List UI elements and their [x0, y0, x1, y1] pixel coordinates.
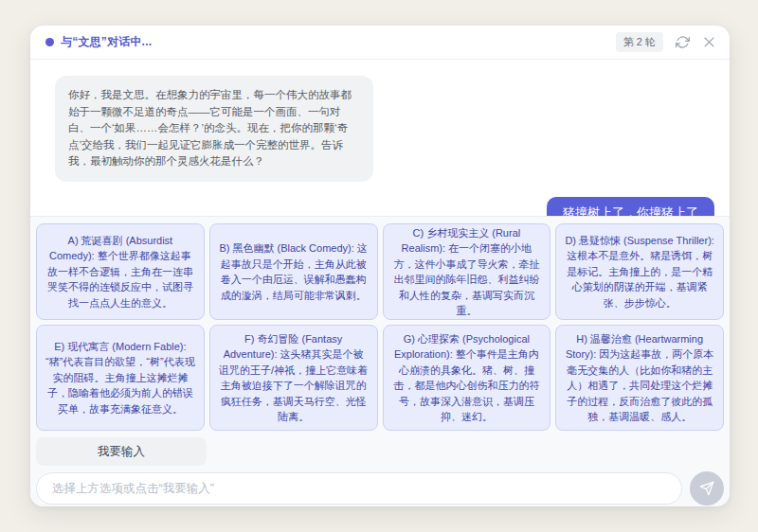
option-card-a[interactable]: A) 荒诞喜剧 (Absurdist Comedy): 整个世界都像这起事故一样…: [36, 223, 205, 320]
option-card-b[interactable]: B) 黑色幽默 (Black Comedy): 这起事故只是个开始，主角从此被卷…: [209, 223, 378, 320]
round-badge: 第 2 轮: [616, 32, 663, 52]
option-card-g[interactable]: G) 心理探索 (Psychological Exploration): 整个事…: [383, 325, 551, 431]
option-card-d[interactable]: D) 悬疑惊悚 (Suspense Thriller): 这根本不是意外。猪是诱…: [555, 223, 724, 320]
dialog-title: 与“文思”对话中...: [61, 34, 152, 50]
dialog-header: 与“文思”对话中... 第 2 轮: [30, 26, 730, 60]
option-card-f[interactable]: F) 奇幻冒险 (Fantasy Adventure): 这头猪其实是个被诅咒的…: [209, 325, 378, 431]
refresh-icon[interactable]: [675, 35, 690, 50]
option-card-h[interactable]: H) 温馨治愈 (Heartwarming Story): 因为这起事故，两个原…: [555, 325, 724, 431]
chat-input[interactable]: [36, 472, 682, 505]
manual-input-button[interactable]: 我要输入: [36, 437, 207, 466]
user-message: 猪撞树上了，你撞猪上了: [547, 197, 714, 217]
send-button[interactable]: [690, 471, 724, 505]
option-card-c[interactable]: C) 乡村现实主义 (Rural Realism): 在一个闭塞的小地方，这件小…: [383, 223, 551, 320]
input-row: [36, 471, 724, 505]
options-panel: A) 荒诞喜剧 (Absurdist Comedy): 整个世界都像这起事故一样…: [30, 216, 730, 506]
status-dot-icon: [45, 38, 54, 46]
dialog-window: 与“文思”对话中... 第 2 轮 你好，我是文思。在想象力的宇宙里，每一个伟大…: [30, 26, 730, 506]
ai-message: 你好，我是文思。在想象力的宇宙里，每一个伟大的故事都始于一颗微不足道的奇点——它…: [55, 76, 373, 182]
chat-area: 你好，我是文思。在想象力的宇宙里，每一个伟大的故事都始于一颗微不足道的奇点——它…: [30, 60, 730, 216]
options-grid: A) 荒诞喜剧 (Absurdist Comedy): 整个世界都像这起事故一样…: [36, 223, 724, 431]
option-card-e[interactable]: E) 现代寓言 (Modern Fable): “猪”代表盲目的欲望，“树”代表…: [36, 325, 205, 431]
close-icon[interactable]: [701, 35, 716, 50]
send-icon: [699, 481, 714, 496]
